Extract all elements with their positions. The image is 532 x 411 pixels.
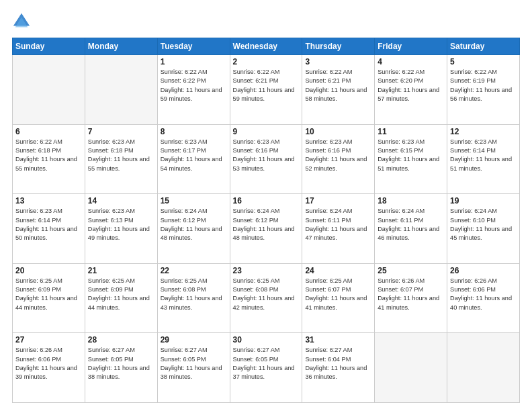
day-cell: 29Sunrise: 6:27 AMSunset: 6:05 PMDayligh…	[157, 333, 230, 403]
daylight-label: Daylight: 11 hours and 39 minutes.	[15, 365, 77, 380]
day-number: 29	[161, 335, 227, 345]
sunrise-label: Sunrise: 6:25 AM	[15, 277, 62, 284]
day-cell	[85, 55, 157, 125]
sunrise-label: Sunrise: 6:23 AM	[15, 208, 62, 214]
sunset-label: Sunset: 6:14 PM	[450, 147, 496, 154]
day-info: Sunrise: 6:23 AMSunset: 6:16 PMDaylight:…	[305, 138, 371, 173]
daylight-label: Daylight: 11 hours and 51 minutes.	[378, 156, 439, 171]
sunset-label: Sunset: 6:09 PM	[88, 286, 134, 293]
daylight-label: Daylight: 11 hours and 45 minutes.	[450, 226, 512, 241]
weekday-header-saturday: Saturday	[447, 38, 520, 55]
day-info: Sunrise: 6:22 AMSunset: 6:20 PMDaylight:…	[378, 68, 444, 103]
sunrise-label: Sunrise: 6:24 AM	[378, 208, 425, 214]
day-info: Sunrise: 6:27 AMSunset: 6:05 PMDaylight:…	[88, 346, 154, 381]
day-info: Sunrise: 6:26 AMSunset: 6:06 PMDaylight:…	[450, 277, 517, 312]
day-cell: 27Sunrise: 6:26 AMSunset: 6:06 PMDayligh…	[13, 333, 85, 403]
daylight-label: Daylight: 11 hours and 41 minutes.	[305, 295, 367, 310]
sunrise-label: Sunrise: 6:22 AM	[15, 138, 62, 145]
day-number: 22	[161, 266, 227, 275]
daylight-label: Daylight: 11 hours and 59 minutes.	[161, 87, 222, 102]
day-cell: 16Sunrise: 6:24 AMSunset: 6:12 PMDayligh…	[230, 194, 302, 264]
daylight-label: Daylight: 11 hours and 59 minutes.	[233, 87, 295, 102]
day-cell: 6Sunrise: 6:22 AMSunset: 6:18 PMDaylight…	[13, 124, 85, 194]
daylight-label: Daylight: 11 hours and 40 minutes.	[450, 295, 512, 310]
sunset-label: Sunset: 6:19 PM	[450, 77, 496, 84]
day-info: Sunrise: 6:22 AMSunset: 6:21 PMDaylight:…	[305, 68, 371, 103]
day-number: 14	[88, 196, 154, 205]
sunrise-label: Sunrise: 6:26 AM	[15, 347, 62, 353]
sunrise-label: Sunrise: 6:23 AM	[450, 138, 497, 145]
day-number: 16	[233, 196, 300, 205]
day-info: Sunrise: 6:22 AMSunset: 6:19 PMDaylight:…	[450, 68, 517, 103]
day-info: Sunrise: 6:25 AMSunset: 6:09 PMDaylight:…	[15, 277, 82, 312]
day-info: Sunrise: 6:22 AMSunset: 6:21 PMDaylight:…	[233, 68, 300, 103]
day-number: 3	[305, 57, 371, 66]
sunset-label: Sunset: 6:18 PM	[88, 147, 134, 154]
daylight-label: Daylight: 11 hours and 43 minutes.	[161, 295, 222, 310]
daylight-label: Daylight: 11 hours and 37 minutes.	[233, 365, 295, 380]
day-info: Sunrise: 6:24 AMSunset: 6:11 PMDaylight:…	[378, 207, 444, 242]
day-cell: 24Sunrise: 6:25 AMSunset: 6:07 PMDayligh…	[302, 263, 375, 333]
daylight-label: Daylight: 11 hours and 44 minutes.	[88, 295, 150, 310]
day-cell: 7Sunrise: 6:23 AMSunset: 6:18 PMDaylight…	[85, 124, 157, 194]
daylight-label: Daylight: 11 hours and 57 minutes.	[378, 87, 439, 102]
day-cell: 22Sunrise: 6:25 AMSunset: 6:08 PMDayligh…	[157, 263, 230, 333]
sunset-label: Sunset: 6:05 PM	[233, 356, 279, 363]
day-cell: 5Sunrise: 6:22 AMSunset: 6:19 PMDaylight…	[447, 55, 520, 125]
sunset-label: Sunset: 6:20 PM	[378, 77, 423, 84]
day-cell: 19Sunrise: 6:24 AMSunset: 6:10 PMDayligh…	[447, 194, 520, 264]
day-cell: 15Sunrise: 6:24 AMSunset: 6:12 PMDayligh…	[157, 194, 230, 264]
weekday-header-row: SundayMondayTuesdayWednesdayThursdayFrid…	[13, 38, 520, 55]
day-info: Sunrise: 6:27 AMSunset: 6:05 PMDaylight:…	[161, 346, 227, 381]
day-cell: 12Sunrise: 6:23 AMSunset: 6:14 PMDayligh…	[447, 124, 520, 194]
day-cell: 8Sunrise: 6:23 AMSunset: 6:17 PMDaylight…	[157, 124, 230, 194]
daylight-label: Daylight: 11 hours and 56 minutes.	[450, 87, 512, 102]
daylight-label: Daylight: 11 hours and 53 minutes.	[233, 156, 295, 171]
day-cell: 9Sunrise: 6:23 AMSunset: 6:16 PMDaylight…	[230, 124, 302, 194]
calendar-table: SundayMondayTuesdayWednesdayThursdayFrid…	[12, 38, 520, 403]
day-number: 30	[233, 335, 300, 345]
day-cell: 4Sunrise: 6:22 AMSunset: 6:20 PMDaylight…	[375, 55, 447, 125]
daylight-label: Daylight: 11 hours and 49 minutes.	[88, 226, 150, 241]
day-number: 15	[161, 196, 227, 205]
day-cell: 18Sunrise: 6:24 AMSunset: 6:11 PMDayligh…	[375, 194, 447, 264]
sunrise-label: Sunrise: 6:23 AM	[305, 138, 352, 145]
daylight-label: Daylight: 11 hours and 52 minutes.	[305, 156, 367, 171]
day-number: 8	[161, 127, 227, 136]
week-row-2: 6Sunrise: 6:22 AMSunset: 6:18 PMDaylight…	[13, 124, 520, 194]
weekday-header-thursday: Thursday	[302, 38, 375, 55]
sunrise-label: Sunrise: 6:24 AM	[305, 208, 352, 214]
daylight-label: Daylight: 11 hours and 38 minutes.	[161, 365, 222, 380]
day-number: 28	[88, 335, 154, 345]
sunrise-label: Sunrise: 6:24 AM	[233, 208, 280, 214]
day-cell	[447, 333, 520, 403]
day-number: 21	[88, 266, 154, 275]
sunrise-label: Sunrise: 6:24 AM	[161, 208, 208, 214]
day-cell: 14Sunrise: 6:23 AMSunset: 6:13 PMDayligh…	[85, 194, 157, 264]
sunset-label: Sunset: 6:16 PM	[305, 147, 351, 154]
sunset-label: Sunset: 6:17 PM	[161, 147, 206, 154]
sunset-label: Sunset: 6:14 PM	[15, 217, 61, 224]
day-number: 5	[450, 57, 517, 66]
sunrise-label: Sunrise: 6:22 AM	[378, 68, 425, 75]
sunset-label: Sunset: 6:10 PM	[450, 217, 496, 224]
day-info: Sunrise: 6:23 AMSunset: 6:17 PMDaylight:…	[161, 138, 227, 173]
day-cell: 13Sunrise: 6:23 AMSunset: 6:14 PMDayligh…	[13, 194, 85, 264]
daylight-label: Daylight: 11 hours and 58 minutes.	[305, 87, 367, 102]
day-number: 23	[233, 266, 300, 275]
daylight-label: Daylight: 11 hours and 42 minutes.	[233, 295, 295, 310]
day-number: 27	[15, 335, 82, 345]
sunset-label: Sunset: 6:08 PM	[161, 286, 206, 293]
day-info: Sunrise: 6:23 AMSunset: 6:18 PMDaylight:…	[88, 138, 154, 173]
header	[12, 12, 520, 31]
day-number: 9	[233, 127, 300, 136]
day-cell: 21Sunrise: 6:25 AMSunset: 6:09 PMDayligh…	[85, 263, 157, 333]
sunset-label: Sunset: 6:05 PM	[88, 356, 134, 363]
day-cell	[13, 55, 85, 125]
sunset-label: Sunset: 6:12 PM	[233, 217, 279, 224]
logo-icon	[12, 12, 31, 31]
sunrise-label: Sunrise: 6:23 AM	[88, 208, 135, 214]
day-number: 19	[450, 196, 517, 205]
week-row-3: 13Sunrise: 6:23 AMSunset: 6:14 PMDayligh…	[13, 194, 520, 264]
day-cell: 28Sunrise: 6:27 AMSunset: 6:05 PMDayligh…	[85, 333, 157, 403]
